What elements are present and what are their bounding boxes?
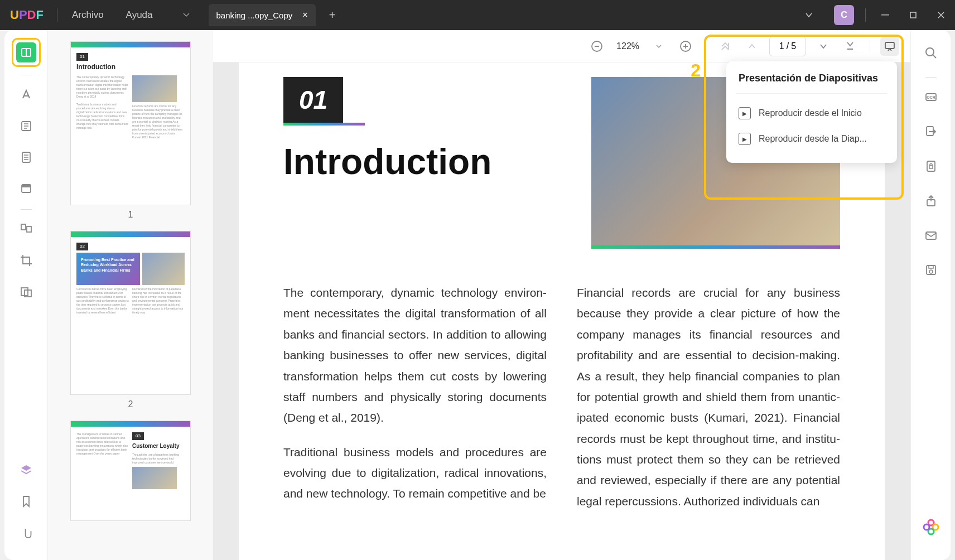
text-column-2: Financial records are crucial for any bu… (577, 282, 840, 525)
prev-page-button[interactable] (742, 37, 761, 56)
tab-add-button[interactable]: + (325, 9, 340, 22)
svg-point-19 (926, 48, 934, 56)
slideshow-popup: Presentación de Diapositivas ▶ Reproduci… (726, 61, 897, 163)
play-icon: ▶ (739, 107, 751, 119)
page-heading: Introduction (283, 141, 491, 182)
thumbnail-3[interactable]: The management of banks customer operati… (70, 421, 191, 521)
page-input[interactable]: 1 / 5 (769, 36, 806, 56)
zoom-out-button[interactable] (587, 37, 606, 56)
close-window-button[interactable] (927, 0, 955, 30)
svg-rect-9 (27, 226, 31, 232)
callout-2: 2 (691, 60, 701, 81)
svg-point-30 (929, 270, 933, 273)
tab-document[interactable]: banking ...opy_Copy × (209, 4, 316, 26)
tab-empty[interactable] (170, 4, 203, 26)
page-section-badge: 01 (283, 77, 343, 123)
text-column-1: The contemporary, dynamic technology env… (283, 282, 547, 525)
minimize-button[interactable] (871, 0, 899, 30)
app-logo: UPDF (0, 8, 54, 22)
svg-rect-8 (21, 224, 26, 230)
svg-rect-29 (929, 265, 933, 268)
tab-close-button[interactable]: × (302, 10, 307, 20)
document-viewer: 122% 1 / 5 (213, 30, 910, 560)
thumbnail-panel: 01 Introduction The contemporary dynamic… (48, 30, 213, 560)
titlebar: UPDF Archivo Ayuda banking ...opy_Copy ×… (0, 0, 955, 30)
save-button[interactable] (918, 257, 944, 283)
svg-rect-24 (927, 161, 935, 171)
thumbnail-1[interactable]: 01 Introduction The contemporary dynamic… (70, 41, 191, 220)
redact-tool-button[interactable] (13, 279, 39, 305)
reader-mode-button[interactable] (12, 38, 41, 67)
thumb-label-2: 2 (70, 399, 191, 409)
play-from-current-button[interactable]: ▶ Reproducir desde la Diap... (726, 126, 897, 152)
left-sidebar (4, 30, 48, 560)
bookmark-button[interactable] (13, 489, 39, 514)
menu-file[interactable]: Archivo (61, 9, 115, 21)
svg-line-20 (933, 55, 936, 58)
svg-rect-27 (926, 232, 936, 239)
page-tool-button[interactable] (13, 144, 39, 170)
svg-rect-7 (22, 185, 31, 187)
thumb-label-1: 1 (70, 210, 191, 220)
viewer-toolbar: 122% 1 / 5 (213, 30, 910, 62)
search-button[interactable] (918, 40, 944, 66)
popup-title: Presentación de Diapositivas (726, 73, 897, 93)
convert-button[interactable] (918, 119, 944, 144)
user-avatar[interactable]: C (834, 5, 854, 25)
zoom-level: 122% (616, 41, 639, 51)
edit-tool-button[interactable] (13, 113, 39, 139)
right-sidebar: OCR (910, 30, 951, 560)
organize-tool-button[interactable] (13, 216, 39, 242)
zoom-in-button[interactable] (676, 37, 695, 56)
layers-button[interactable] (13, 457, 39, 483)
dropdown-button[interactable] (795, 0, 823, 30)
form-tool-button[interactable] (13, 176, 39, 201)
first-page-button[interactable] (716, 37, 735, 56)
share-button[interactable] (918, 188, 944, 214)
svg-rect-0 (881, 15, 889, 16)
next-page-button[interactable] (814, 37, 833, 56)
svg-rect-18 (885, 42, 894, 49)
ai-assistant-button[interactable] (918, 514, 944, 540)
menu-help[interactable]: Ayuda (115, 9, 164, 21)
crop-tool-button[interactable] (13, 248, 39, 273)
thumbnail-2[interactable]: 02 Promoting Best Practice and Reducing … (70, 231, 191, 409)
tab-label: banking ...opy_Copy (216, 11, 293, 20)
svg-rect-1 (910, 12, 916, 18)
play-from-start-button[interactable]: ▶ Reproducir desde el Inicio (726, 100, 897, 126)
ocr-button[interactable]: OCR (918, 84, 944, 110)
mail-button[interactable] (918, 223, 944, 248)
svg-text:OCR: OCR (927, 95, 935, 99)
svg-rect-25 (929, 166, 933, 168)
svg-point-34 (924, 524, 929, 530)
last-page-button[interactable] (841, 37, 860, 56)
play-icon: ▶ (739, 133, 751, 145)
highlight-tool-button[interactable] (13, 82, 39, 108)
attachment-button[interactable] (13, 520, 39, 545)
svg-rect-23 (927, 127, 933, 136)
slideshow-button[interactable] (880, 37, 899, 56)
maximize-button[interactable] (899, 0, 927, 30)
protect-button[interactable] (918, 153, 944, 179)
zoom-dropdown[interactable] (649, 37, 668, 56)
